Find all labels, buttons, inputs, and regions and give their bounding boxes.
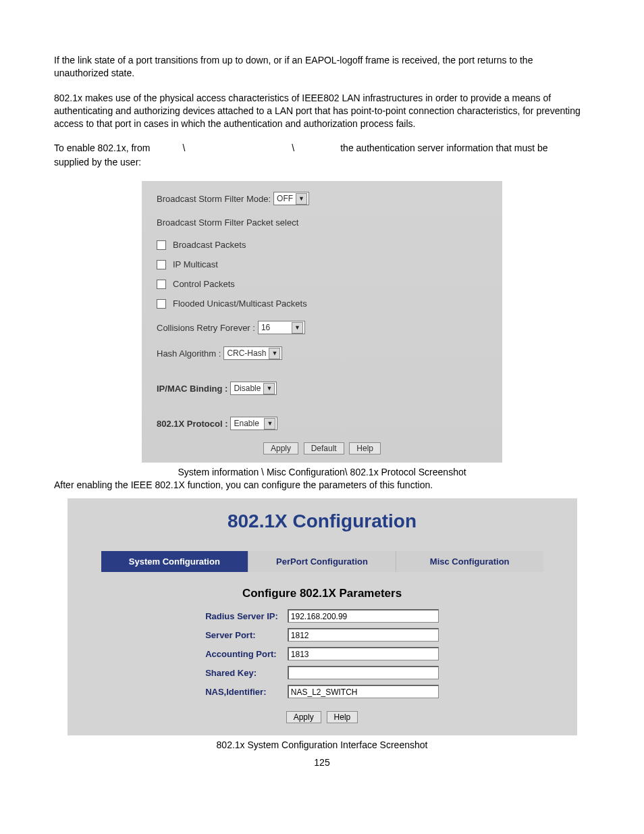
chevron-down-icon: ▼ [296, 193, 307, 205]
8021x-config-panel: 802.1X Configuration System Configuratio… [68, 498, 577, 735]
apply-button[interactable]: Apply [286, 711, 321, 723]
control-packets-label: Control Packets [173, 279, 235, 289]
proto-value: Enable [234, 419, 259, 428]
collisions-label: Collisions Retry Forever : [157, 323, 255, 333]
nas-identifier-label: NAS,Identifier: [201, 683, 282, 700]
text-fragment: \ [182, 142, 185, 155]
misc-config-panel: Broadcast Storm Filter Mode: OFF ▼ Broad… [142, 181, 502, 463]
paragraph-enable-8021x: To enable 802.1x, from \ \ the authentic… [54, 142, 590, 155]
broadcast-packets-checkbox[interactable] [157, 240, 166, 250]
ipmac-select[interactable]: Disable ▼ [230, 382, 277, 395]
hash-select[interactable]: CRC-Hash ▼ [223, 346, 282, 360]
ip-multicast-checkbox[interactable] [157, 260, 166, 269]
params-table: Radius Server IP: Server Port: Accountin… [200, 606, 444, 702]
collisions-select[interactable]: 16 ▼ [258, 321, 305, 334]
ip-multicast-label: IP Multicast [173, 259, 218, 269]
proto-select[interactable]: Enable ▼ [230, 417, 277, 430]
text-fragment: \ [292, 142, 294, 155]
proto-label: 802.1X Protocol : [157, 419, 227, 429]
chevron-down-icon: ▼ [292, 322, 303, 334]
ipmac-label: IP/MAC Binding : [157, 384, 227, 394]
page-number: 125 [54, 757, 590, 768]
form-subhead: Configure 802.1X Parameters [68, 587, 577, 600]
text-fragment: supplied by the user: [54, 156, 590, 169]
chevron-down-icon: ▼ [263, 383, 275, 394]
paragraph-link-state: If the link state of a port transitions … [54, 54, 590, 80]
screenshot-caption-1: System information \ Misc Configuration\… [54, 467, 590, 477]
panel-title: 802.1X Configuration [68, 511, 577, 532]
shared-key-label: Shared Key: [201, 664, 282, 681]
control-packets-checkbox[interactable] [157, 280, 166, 289]
shared-key-input[interactable] [288, 666, 439, 679]
broadcast-packets-label: Broadcast Packets [173, 240, 246, 250]
chevron-down-icon: ▼ [264, 418, 275, 429]
collisions-value: 16 [261, 323, 270, 332]
apply-button[interactable]: Apply [263, 442, 298, 454]
server-port-input[interactable] [288, 628, 439, 642]
default-button[interactable]: Default [304, 442, 344, 454]
hash-value: CRC-Hash [227, 348, 266, 358]
nas-identifier-input[interactable] [288, 685, 439, 698]
packet-select-label: Broadcast Storm Filter Packet select [157, 217, 298, 228]
paragraph-after-enable: After enabling the IEEE 802.1X function,… [54, 479, 590, 492]
tab-bar: System Configuration PerPort Configurati… [101, 551, 543, 572]
flooded-packets-checkbox[interactable] [157, 299, 166, 309]
tab-misc-configuration[interactable]: Misc Configuration [396, 551, 543, 572]
filter-mode-select[interactable]: OFF ▼ [273, 192, 309, 205]
server-port-label: Server Port: [201, 626, 282, 644]
help-button[interactable]: Help [349, 442, 381, 454]
text-fragment: the authentication server information th… [340, 142, 547, 155]
radius-ip-input[interactable] [288, 609, 439, 623]
accounting-port-label: Accounting Port: [201, 645, 282, 662]
radius-ip-label: Radius Server IP: [201, 607, 282, 625]
screenshot-caption-2: 802.1x System Configuration Interface Sc… [54, 739, 590, 750]
help-button[interactable]: Help [327, 711, 358, 723]
tab-perport-configuration[interactable]: PerPort Configuration [248, 551, 396, 572]
ipmac-value: Disable [234, 384, 261, 393]
hash-label: Hash Algorithm : [157, 348, 221, 359]
paragraph-8021x-desc: 802.1x makes use of the physical access … [54, 92, 590, 130]
tab-system-configuration[interactable]: System Configuration [101, 551, 249, 572]
accounting-port-input[interactable] [288, 647, 439, 660]
filter-mode-label: Broadcast Storm Filter Mode: [157, 194, 271, 204]
chevron-down-icon: ▼ [269, 348, 280, 359]
flooded-packets-label: Flooded Unicast/Multicast Packets [173, 298, 307, 309]
filter-mode-value: OFF [277, 194, 293, 203]
text-fragment: To enable 802.1x, from [54, 142, 150, 155]
